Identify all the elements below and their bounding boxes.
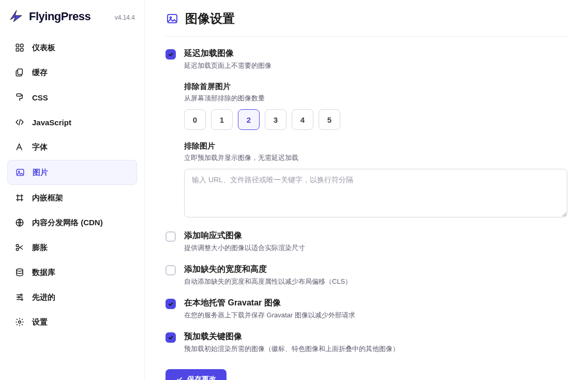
grid-icon [14,42,25,53]
option-title: 延迟加载图像 [184,48,567,59]
checkbox-responsive-images[interactable] [165,231,176,242]
brand-logo: FlyingPress [9,9,91,23]
scissors-icon [14,242,25,253]
sidebar-item-cache[interactable]: 缓存 [7,61,137,84]
svg-point-17 [170,17,172,19]
frame-icon [14,193,25,203]
svg-rect-3 [21,49,23,51]
brand-icon [9,9,25,23]
option-desc: 延迟加载页面上不需要的图像 [184,61,567,70]
sidebar-item-settings[interactable]: 设置 [7,310,137,334]
page-title: 图像设置 [185,10,235,27]
sidebar-item-label: 缓存 [32,68,48,78]
svg-point-9 [16,244,19,247]
svg-point-7 [19,171,20,172]
sidebar-item-label: 内容分发网络 (CDN) [32,218,103,228]
sidebar-item-javascript[interactable]: JavaScript [7,110,137,134]
option-preload: 预加载关键图像 预加载初始渲染所需的图像（徽标、特色图像和上面折叠中的其他图像） [165,331,567,354]
save-button[interactable]: 保存更改 [165,369,227,380]
sidebar-item-dashboard[interactable]: 仪表板 [7,36,137,60]
exclude-count-option[interactable]: 5 [319,109,340,130]
brand-row: FlyingPress v4.14.4 [7,9,137,32]
checkbox-gravatar[interactable] [165,299,176,309]
option-desc: 自动添加缺失的宽度和高度属性以减少布局偏移（CLS） [184,277,567,286]
sidebar-item-label: 设置 [32,317,48,327]
option-title: 排除图片 [184,141,567,151]
sidebar-item-label: 字体 [32,142,48,152]
sidebar-item-images[interactable]: 图片 [7,160,137,185]
sidebar-item-fonts[interactable]: 字体 [7,135,137,159]
option-desc: 预加载初始渲染所需的图像（徽标、特色图像和上面折叠中的其他图像） [184,344,567,354]
svg-point-12 [21,294,22,296]
svg-point-13 [18,297,20,298]
sliders-icon [14,292,25,302]
settings-panel: 图像设置 延迟加载图像 延迟加载页面上不需要的图像 排除首屏图片 从屏幕顶部排除… [145,0,588,380]
sidebar-item-label: 膨胀 [32,243,48,253]
svg-rect-2 [16,49,19,51]
svg-rect-5 [17,94,21,96]
exclude-images-input[interactable] [184,169,567,217]
option-exclude-above-fold: 排除首屏图片 从屏幕顶部排除的图像数量 0 1 2 3 4 5 [184,82,567,130]
option-dimensions: 添加缺失的宽度和高度 自动添加缺失的宽度和高度属性以减少布局偏移（CLS） [165,264,567,286]
sidebar-item-label: 数据库 [32,268,55,277]
svg-point-10 [16,249,19,251]
option-lazyload: 延迟加载图像 延迟加载页面上不需要的图像 [165,48,567,70]
option-title: 添加响应式图像 [184,230,567,241]
exclude-count-option[interactable]: 0 [184,109,206,130]
option-title: 排除首屏图片 [184,82,567,92]
option-exclude-list: 排除图片 立即预加载并显示图像，无需延迟加载 [184,141,567,219]
option-title: 预加载关键图像 [184,331,567,342]
checkbox-preload[interactable] [165,332,176,343]
svg-rect-0 [16,44,19,47]
svg-point-11 [17,269,23,271]
sidebar-item-label: 内嵌框架 [32,193,63,203]
sidebar-item-label: 图片 [33,168,48,178]
checkbox-lazyload[interactable] [165,49,176,60]
font-icon [14,142,25,152]
svg-rect-1 [21,44,23,47]
gear-icon [14,317,25,327]
option-desc: 从屏幕顶部排除的图像数量 [184,94,567,103]
sidebar-item-label: CSS [32,93,48,102]
option-title: 在本地托管 Gravatar 图像 [184,298,567,309]
option-responsive-images: 添加响应式图像 提供调整大小的图像以适合实际渲染尺寸 [165,230,567,253]
sidebar-item-iframes[interactable]: 内嵌框架 [7,186,137,210]
svg-point-15 [19,321,21,324]
checkbox-dimensions[interactable] [165,265,176,275]
sidebar-item-cdn[interactable]: 内容分发网络 (CDN) [7,211,137,235]
exclude-count-option[interactable]: 4 [292,109,313,130]
image-icon [165,12,179,25]
files-icon [14,67,25,78]
exclude-count-selector: 0 1 2 3 4 5 [184,109,567,130]
sidebar-item-label: JavaScript [32,118,71,127]
exclude-count-option[interactable]: 3 [265,109,287,130]
brand-version: v4.14.4 [115,14,135,23]
code-icon [14,117,25,127]
database-icon [14,267,25,277]
page-header: 图像设置 [165,10,567,37]
brand-name: FlyingPress [29,10,91,23]
sidebar: FlyingPress v4.14.4 仪表板 缓存 CSS Ja [0,0,145,380]
sidebar-item-label: 仪表板 [32,43,55,53]
check-icon [176,375,183,381]
svg-point-14 [21,299,23,300]
sidebar-nav: 仪表板 缓存 CSS JavaScript 字体 [7,36,137,334]
sidebar-item-database[interactable]: 数据库 [7,260,137,284]
option-title: 添加缺失的宽度和高度 [184,264,567,275]
sidebar-item-label: 先进的 [32,293,55,302]
option-desc: 在您的服务器上下载并保存 Gravatar 图像以减少外部请求 [184,311,567,320]
sidebar-item-css[interactable]: CSS [7,85,137,109]
exclude-count-option[interactable]: 2 [238,109,260,130]
sidebar-item-advanced[interactable]: 先进的 [7,285,137,309]
option-gravatar: 在本地托管 Gravatar 图像 在您的服务器上下载并保存 Gravatar … [165,298,567,320]
option-desc: 立即预加载并显示图像，无需延迟加载 [184,153,567,163]
sidebar-item-bloat[interactable]: 膨胀 [7,236,137,259]
exclude-count-option[interactable]: 1 [211,109,233,130]
globe-icon [14,217,25,228]
save-button-label: 保存更改 [187,375,216,380]
image-icon [15,167,25,178]
option-desc: 提供调整大小的图像以适合实际渲染尺寸 [184,243,567,253]
svg-rect-4 [18,69,22,75]
paint-icon [14,92,25,103]
